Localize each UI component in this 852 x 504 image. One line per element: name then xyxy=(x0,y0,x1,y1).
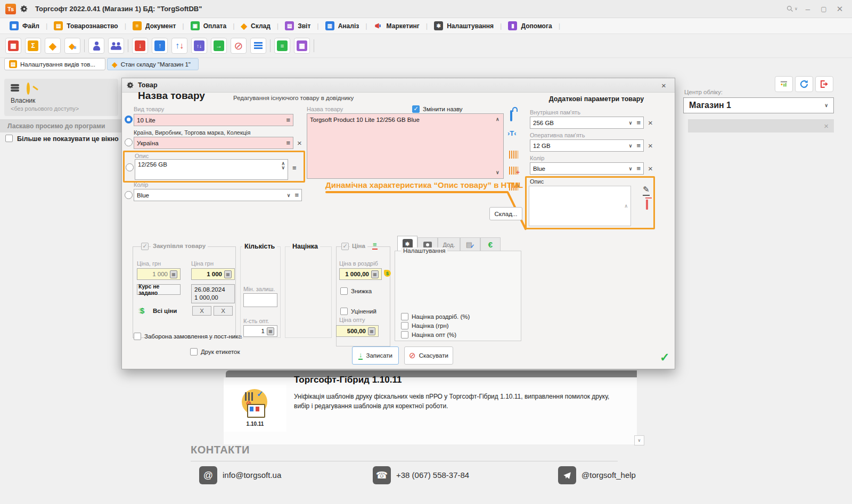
opt-qty-field[interactable]: 1 ▦ xyxy=(243,325,277,337)
retail-price-field[interactable]: 1 000,00 ▦ xyxy=(339,268,382,280)
text-fit-icon[interactable]: ›T‹ xyxy=(507,129,517,137)
chevron-down-icon[interactable]: ∨ xyxy=(629,120,633,126)
news-scroll-bar[interactable] xyxy=(226,370,637,377)
color-field[interactable]: Blue ∨ ≡ xyxy=(134,189,302,201)
minimize-button[interactable]: – xyxy=(800,3,816,15)
wholesale-price-field[interactable]: 500,00 ▦ xyxy=(336,325,379,337)
discount-checkbox[interactable] xyxy=(340,287,348,295)
toolbar-exchange-button[interactable]: ↑↓ xyxy=(171,38,187,54)
purchase-checkbox[interactable]: ✓ xyxy=(141,243,149,250)
toolbar-calendar-button[interactable]: ▦ xyxy=(5,38,21,54)
toolbar-move-button[interactable]: → xyxy=(211,38,227,54)
stock-button[interactable]: Склад... xyxy=(489,207,522,220)
menu-analysis[interactable]: ▥Аналіз xyxy=(323,20,362,31)
spin-down-icon[interactable]: ∨ xyxy=(281,166,285,170)
print-labels-checkbox[interactable] xyxy=(190,348,198,356)
min-stock-field[interactable] xyxy=(243,293,277,307)
extra-color-field[interactable]: Blue ∨ ≡ xyxy=(530,162,644,175)
menu-marketing[interactable]: Маркетинг xyxy=(372,21,422,31)
toolbar-stock-button[interactable]: ◆ xyxy=(45,38,61,54)
menu-payment[interactable]: ▣Оплата xyxy=(189,20,228,31)
internal-memory-clear-icon[interactable]: × xyxy=(648,119,653,127)
maximize-button[interactable]: ▢ xyxy=(816,3,832,15)
list-icon[interactable]: ≡ xyxy=(286,139,290,146)
account-center-select[interactable]: Магазин 1 ∨ xyxy=(683,97,834,113)
description-field[interactable]: 12/256 GB ∧ ∨ xyxy=(135,159,288,180)
extra-description-field[interactable]: ∧ xyxy=(529,186,631,226)
chevron-down-icon[interactable]: ∨ xyxy=(629,143,633,148)
ram-clear-icon[interactable]: × xyxy=(648,142,653,150)
chevron-down-icon[interactable]: ∨ xyxy=(287,193,291,198)
calculator-icon[interactable]: ▦ xyxy=(371,270,379,278)
list-icon[interactable]: ≡ xyxy=(286,117,290,123)
lock-icon[interactable] xyxy=(510,110,512,121)
calculator-icon[interactable]: ▦ xyxy=(170,270,177,278)
dont-show-checkbox[interactable] xyxy=(5,135,13,142)
markup-uah-checkbox[interactable] xyxy=(401,322,408,329)
refresh-button[interactable] xyxy=(795,76,813,92)
all-prices-icon[interactable]: $ xyxy=(140,306,144,315)
save-button[interactable]: ↓ Записати xyxy=(352,346,399,365)
kind-radio[interactable] xyxy=(125,115,133,123)
list-icon[interactable]: ≡ xyxy=(636,119,641,126)
calculator-icon[interactable]: ▦ xyxy=(368,327,375,335)
toolbar-cashregister-button[interactable]: ▦ xyxy=(294,38,310,54)
cancel-button[interactable]: ⊘ Скасувати xyxy=(404,346,453,365)
menu-file[interactable]: ▦Файл xyxy=(7,20,42,31)
scroll-down-button[interactable]: ∨ xyxy=(634,435,644,445)
toolbar-stock-report-button[interactable]: ◆ıl xyxy=(64,38,80,54)
list-icon[interactable]: ≡ xyxy=(636,165,641,172)
extra-color-clear-icon[interactable]: × xyxy=(648,164,653,172)
scroll-down-icon[interactable]: ∨ xyxy=(496,170,499,175)
markdown-checkbox[interactable] xyxy=(340,308,348,315)
rename-checkbox[interactable]: ✓ xyxy=(412,105,420,113)
ban-order-checkbox[interactable] xyxy=(134,333,141,340)
toolbar-greendoc-button[interactable]: ≡ xyxy=(274,38,290,54)
toolbar-list-button[interactable] xyxy=(250,38,266,54)
exit-button[interactable] xyxy=(815,76,833,92)
welcome-close-icon[interactable]: × xyxy=(824,122,829,130)
toolbar-client-button[interactable] xyxy=(88,38,104,54)
confirm-check-icon[interactable]: ✓ xyxy=(660,351,669,365)
calculator-icon[interactable]: ▦ xyxy=(267,327,274,335)
toolbar-cancel-button[interactable]: ⊘ xyxy=(231,38,247,54)
country-field[interactable]: Україна ≡ xyxy=(134,137,293,149)
calculator-icon[interactable]: ▦ xyxy=(224,270,232,278)
description-radio[interactable] xyxy=(126,163,134,171)
price-checkbox[interactable]: ✓ xyxy=(341,243,349,250)
menu-goods[interactable]: ▤Товарознавство xyxy=(52,20,120,31)
price-tag-icon[interactable]: $ xyxy=(384,270,391,277)
settings-tab-currency[interactable]: € xyxy=(480,237,501,252)
list-icon[interactable]: ≡ xyxy=(636,142,641,149)
tab-goods-types[interactable]: ▤ Налаштування видів тов... xyxy=(4,58,105,70)
markup-retail-checkbox[interactable] xyxy=(401,313,408,320)
edit-description-icon[interactable]: ✎ xyxy=(643,185,650,196)
country-radio[interactable] xyxy=(125,138,133,146)
chevron-down-icon[interactable]: ∨ xyxy=(629,166,633,171)
close-button[interactable]: ✕ xyxy=(832,3,848,15)
dialog-close-icon[interactable]: × xyxy=(661,81,666,89)
name-field[interactable]: Torgsoft Product 10 Lite 12/256 GB Blue xyxy=(307,113,504,179)
menu-document[interactable]: ≡Документ xyxy=(130,20,178,31)
menu-report[interactable]: ▤Звіт xyxy=(283,20,313,31)
purchase-price2-field[interactable]: 1 000 ▦ xyxy=(191,268,235,280)
report-settings-button[interactable] xyxy=(775,76,793,92)
barcode-icon[interactable] xyxy=(509,151,518,159)
toolbar-sum-button[interactable]: Σ xyxy=(25,38,41,54)
color-radio[interactable] xyxy=(125,191,133,199)
country-clear-icon[interactable]: × xyxy=(297,139,302,147)
tab-warehouse-state[interactable]: ◆ Стан складу "Магазин 1" xyxy=(107,58,199,70)
list-icon[interactable]: ≡ xyxy=(292,164,297,171)
ram-field[interactable]: 12 GB ∨ ≡ xyxy=(530,139,644,152)
toolbar-outcome-button[interactable]: ↑ xyxy=(152,38,168,54)
toolbar-income-button[interactable]: ↓ xyxy=(132,38,148,54)
settings-tab-doc-check[interactable]: ▤✓ xyxy=(460,237,480,252)
menu-warehouse[interactable]: ◆Склад xyxy=(239,20,273,32)
markup-opt-checkbox[interactable] xyxy=(401,331,408,338)
menu-settings[interactable]: ✱Налаштування xyxy=(432,20,496,31)
scroll-up-icon[interactable]: ∧ xyxy=(496,117,499,122)
spin-up-icon[interactable]: ∧ xyxy=(624,203,628,209)
purchase-price-field[interactable]: 1 000 ▦ xyxy=(137,268,181,280)
delete-description-icon[interactable] xyxy=(646,200,648,210)
toolbar-staff-button[interactable] xyxy=(108,38,124,54)
